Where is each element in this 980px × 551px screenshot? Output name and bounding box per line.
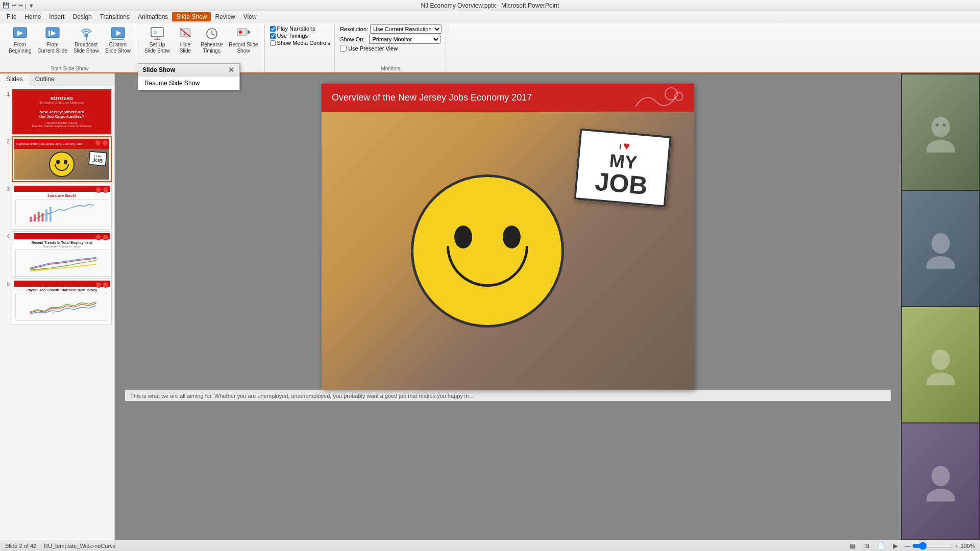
slideshow-view-button[interactable]: ▶ [890, 542, 900, 550]
menu-design[interactable]: Design [68, 12, 95, 21]
svg-rect-23 [30, 217, 32, 222]
slide-panel[interactable]: 1 RUTGERS School of Arts and Sciences Ne… [0, 86, 114, 540]
svg-point-22 [239, 31, 242, 34]
play-narrations-label[interactable]: Play Narrations [270, 26, 331, 32]
slide4-badge-1: 🔴 [95, 234, 102, 240]
play-narrations-checkbox[interactable] [270, 26, 276, 32]
broadcast-button[interactable]: BroadcastSlide Show [71, 24, 101, 55]
slideshow-dropdown: Slide Show ✕ Resume Slide Show [138, 63, 240, 90]
rehearse-timings-label: RehearseTimings [201, 42, 223, 54]
from-current-button[interactable]: FromCurrent Slide [35, 24, 69, 55]
custom-slideshow-button[interactable]: CustomSlide Show [103, 24, 133, 55]
svg-point-5 [84, 33, 88, 37]
svg-rect-27 [45, 209, 47, 221]
slide1-content: RUTGERS School of Arts and Sciences New … [12, 89, 111, 134]
show-media-controls-label[interactable]: Show Media Controls [270, 40, 331, 46]
show-media-controls-checkbox[interactable] [270, 40, 276, 46]
menu-insert[interactable]: Insert [45, 12, 68, 21]
svg-point-32 [926, 140, 955, 153]
slideshow-dropdown-close[interactable]: ✕ [227, 66, 235, 74]
sidebar-tab-slides[interactable]: Slides [0, 73, 29, 86]
sidebar-tab-outline[interactable]: Outline [29, 73, 61, 86]
svg-point-36 [926, 256, 955, 269]
zoom-slider[interactable] [912, 542, 953, 550]
show-on-select[interactable]: Primary Monitor [369, 35, 440, 44]
setup-slideshow-button[interactable]: ⚙ Set UpSlide Show [142, 24, 172, 55]
video-person-1 [902, 74, 979, 190]
video-panel [901, 73, 980, 540]
video-feed-3 [902, 307, 979, 422]
slide2-badge-1: 🔴 [95, 140, 101, 146]
slide4-badge-2: 🔴 [103, 234, 109, 240]
slide-img-4: Recent Trends in Total Employment Season… [12, 231, 112, 277]
menu-transitions[interactable]: Transitions [96, 12, 134, 21]
menu-slideshow[interactable]: Slide Show [172, 12, 211, 21]
slide3-badge: 🔴 🔴 [95, 187, 109, 193]
from-current-label: FromCurrent Slide [37, 42, 67, 54]
svg-rect-25 [38, 212, 40, 221]
slide-thumb-2[interactable]: 2 Overview of the New Jersey Jobs Econom… [3, 136, 112, 182]
ribbon-group-monitors: Resolution: Use Current Resolution Show … [336, 24, 446, 72]
record-slideshow-icon [235, 26, 252, 42]
notes-text: This is what we are all aiming for. Whet… [130, 393, 474, 399]
smiley-left-eye [454, 226, 472, 248]
slide-thumb-3[interactable]: 3 Jobs are Back! [3, 184, 112, 230]
slide-num-4: 4 [3, 233, 10, 239]
from-beginning-button[interactable]: FromBeginning [7, 24, 33, 55]
slide-img-2: Overview of the New Jersey Jobs Economy … [12, 136, 112, 182]
menu-home[interactable]: Home [20, 12, 45, 21]
smiley-mouth [447, 246, 528, 287]
menu-view[interactable]: View [239, 12, 261, 21]
presenter-view-label[interactable]: Use Presenter View [340, 45, 442, 52]
quick-save-icon[interactable]: 💾 [3, 2, 10, 9]
slide-img-5: Payroll Job Growth: Northern New Jersey [12, 279, 112, 324]
slide-thumb-1[interactable]: 1 RUTGERS School of Arts and Sciences Ne… [3, 89, 112, 135]
video-person-3 [902, 307, 979, 422]
slideshow-dropdown-header: Slide Show ✕ [138, 64, 239, 77]
menu-review[interactable]: Review [211, 12, 239, 21]
slide-num-1: 1 [3, 91, 10, 97]
use-timings-label[interactable]: Use Timings [270, 33, 331, 39]
resume-slide-show-button[interactable]: Resume Slide Show [138, 77, 239, 90]
hide-slide-button[interactable]: 1 HideSlide [174, 24, 197, 55]
custom-slideshow-label: CustomSlide Show [105, 42, 131, 54]
resolution-row: Resolution: Use Current Resolution [340, 24, 442, 34]
slide-img-3: Jobs are Back! [12, 184, 112, 230]
quick-undo-icon[interactable]: ↩ [12, 2, 16, 9]
start-slideshow-group-label: Start Slide Show [51, 66, 88, 72]
slide2-content: Overview of the New Jersey Jobs Economy … [13, 137, 111, 181]
svg-rect-24 [34, 214, 36, 221]
broadcast-label: BroadcastSlide Show [74, 42, 99, 54]
notes-bar: This is what we are all aiming for. Whet… [125, 390, 891, 401]
slide-num-5: 5 [3, 281, 10, 287]
start-slideshow-buttons: FromBeginning FromCurrent Slide [7, 24, 133, 55]
broadcast-icon [78, 26, 94, 42]
menu-file[interactable]: File [3, 12, 20, 21]
slideshow-dropdown-title: Slide Show [142, 66, 175, 73]
theme-name: RU_template_Wide-noCurve [44, 543, 116, 549]
menu-animations[interactable]: Animations [134, 12, 172, 21]
main-slide-area: Overview of the New Jersey Jobs Economy … [115, 73, 901, 540]
rehearse-timings-button[interactable]: RehearseTimings [199, 24, 225, 55]
normal-view-button[interactable]: ▦ [847, 542, 857, 550]
presenter-view-checkbox[interactable] [340, 45, 347, 52]
slide5-content: Payroll Job Growth: Northern New Jersey [12, 279, 111, 324]
slide-info: Slide 2 of 42 [5, 543, 36, 549]
slide-thumb-5[interactable]: 5 Payroll Job Growth: Northern New Jerse… [3, 279, 112, 324]
statusbar-right: ▦ ⊞ 📄 ▶ — + 100% [847, 542, 975, 550]
reading-view-button[interactable]: 📄 [876, 542, 886, 550]
quick-redo-icon[interactable]: ↪ [18, 2, 23, 9]
use-timings-checkbox[interactable] [270, 33, 276, 39]
zoom-in-icon[interactable]: + [955, 543, 958, 549]
slide-thumb-4[interactable]: 4 Recent Trends in Total Employment Seas… [3, 231, 112, 277]
record-slideshow-button[interactable]: Record SlideShow [227, 24, 260, 55]
from-beginning-icon [12, 26, 28, 42]
zoom-out-icon[interactable]: — [904, 543, 910, 549]
hide-slide-icon: 1 [177, 26, 193, 42]
customize-icon[interactable]: ▼ [29, 3, 34, 9]
video-feed-4 [902, 423, 979, 539]
slide-sorter-button[interactable]: ⊞ [862, 542, 872, 550]
sidebar-tabs: Slides Outline [0, 73, 114, 86]
smiley-face-graphic [411, 174, 564, 328]
resolution-select[interactable]: Use Current Resolution [370, 24, 442, 34]
